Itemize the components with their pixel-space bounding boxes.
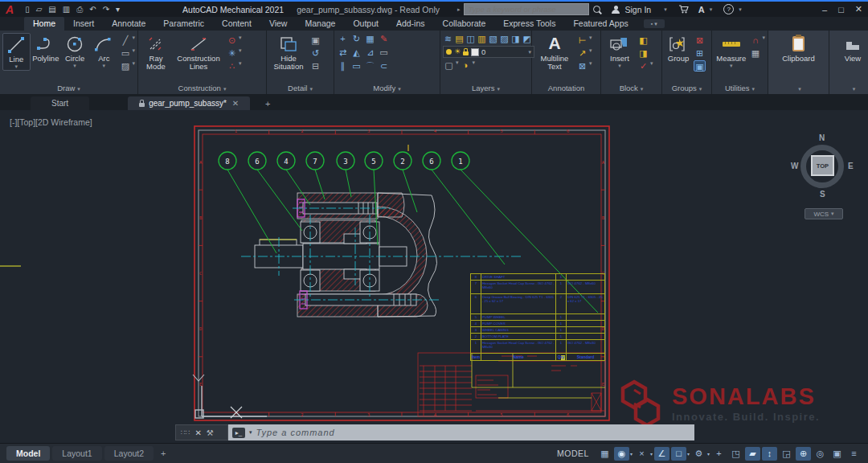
chamfer-icon[interactable]: ⊂ [378, 60, 390, 72]
snap-caret-icon[interactable]: ▾ [630, 451, 633, 457]
polar-tracking-icon[interactable]: ∠ [654, 447, 669, 461]
make-current-icon[interactable]: ▢ [443, 59, 455, 71]
layer-prev-icon[interactable]: ◫ [465, 33, 476, 44]
fillet-icon[interactable]: ⌒ [364, 60, 376, 72]
panel-label-layers[interactable]: Layers▾ [440, 83, 531, 94]
ribbon-tab-manage[interactable]: Manage [296, 17, 344, 31]
center-mark-icon[interactable]: ⊙ [226, 35, 238, 46]
viewcube-top-face[interactable]: TOP [811, 155, 834, 176]
panel-label-modify[interactable]: Modify▾ [334, 83, 440, 94]
autodesk-app-caret-icon[interactable]: ▾ [710, 6, 713, 13]
plot-icon[interactable]: ⎙ [76, 5, 83, 14]
viewport-controls[interactable]: [-][Top][2D Wireframe] [10, 117, 92, 127]
layer-properties-icon[interactable]: ≋ [443, 33, 453, 44]
panel-label-detail[interactable]: Detail▾ [267, 83, 334, 94]
panel-label-draw[interactable]: Draw▾ [0, 83, 137, 94]
group-selection-icon[interactable]: ▣ [694, 60, 706, 72]
layer-match-icon[interactable]: ▤ [454, 33, 465, 44]
ribbon-options-button[interactable]: ▪▾ [644, 19, 665, 28]
selection-cycling-icon[interactable]: ◳ [728, 447, 743, 461]
circle-button[interactable]: Circle▾ [61, 33, 88, 69]
hide-situation-button[interactable]: Hide Situation [269, 33, 308, 72]
arc-button[interactable]: Arc▾ [90, 33, 117, 69]
ribbon-tab-collaborate[interactable]: Collaborate [434, 17, 495, 31]
object-snap-caret-icon[interactable]: ▾ [687, 451, 690, 457]
ribbon-tab-parametric[interactable]: Parametric [154, 17, 213, 31]
dimension-caret-icon[interactable]: ▾ [589, 35, 592, 46]
settings-gear-icon[interactable]: ⚙ [691, 447, 706, 461]
qnew-icon[interactable]: ▯ [25, 5, 30, 14]
offset-icon[interactable]: ∥ [337, 60, 349, 72]
viewcube-south[interactable]: S [820, 190, 825, 199]
sign-in-button[interactable]: Sign In [624, 5, 651, 14]
search-input[interactable] [464, 3, 589, 15]
command-prompt-icon[interactable]: ▸_ [232, 428, 245, 438]
wcs-dropdown[interactable]: WCS▾ [805, 208, 843, 219]
command-input-area[interactable]: ▸_ ▾ Type a command [228, 424, 694, 440]
save-icon[interactable]: ▤ [48, 5, 55, 14]
leader-caret-icon[interactable]: ▾ [589, 47, 592, 59]
model-paper-toggle[interactable]: MODEL [557, 449, 589, 458]
mirror-icon[interactable]: ◭ [350, 47, 362, 58]
layer-dropdown[interactable]: ☀ 0 ▾ [443, 46, 534, 58]
points-caret-icon[interactable]: ▾ [239, 60, 242, 72]
ribbon-tab-home[interactable]: Home [24, 17, 64, 31]
construction-star-caret-icon[interactable]: ▾ [239, 47, 242, 59]
viewcube-west[interactable]: W [791, 162, 798, 170]
help-icon[interactable]: ? [723, 4, 734, 14]
isolate-objects-icon[interactable]: ▣ [829, 447, 845, 461]
save-as-icon[interactable]: ▥ [63, 5, 70, 14]
layout-tab-layout2[interactable]: Layout2 [104, 446, 154, 461]
autocad-logo-icon[interactable]: A [6, 3, 14, 16]
array-icon[interactable]: ▦ [364, 33, 376, 44]
annotation-scale-icon[interactable]: ◲ [779, 447, 794, 461]
erase-icon[interactable]: ✎ [378, 33, 390, 44]
make-current-caret-icon[interactable]: ▾ [456, 59, 459, 71]
line-caret-icon[interactable]: ▾ [132, 35, 135, 46]
new-tab-button[interactable]: + [261, 97, 274, 110]
viewcube[interactable]: N W E S TOP WCS▾ [791, 133, 855, 223]
trim-icon[interactable]: ⊿ [364, 47, 376, 58]
section-line-icon[interactable]: ⊟ [309, 60, 321, 72]
open-icon[interactable]: ▱ [36, 5, 43, 14]
ribbon-tab-express-tools[interactable]: Express Tools [494, 17, 564, 31]
title-block[interactable] [418, 353, 605, 416]
command-input-placeholder[interactable]: Type a command [256, 428, 335, 437]
recent-commands-caret-icon[interactable]: ▾ [249, 429, 252, 436]
customization-menu-icon[interactable]: ≡ [846, 447, 862, 461]
object-snap-icon[interactable]: □ [671, 447, 686, 461]
grid-icon[interactable]: ▦ [597, 447, 612, 461]
magnet-caret-icon[interactable]: ▾ [762, 35, 765, 46]
quick-calc-icon[interactable]: ▦ [749, 47, 761, 59]
ribbon-tab-content[interactable]: Content [213, 17, 260, 31]
panel-label-clipboard[interactable]: ▾ [768, 83, 829, 94]
close-command-line-icon[interactable]: ✕ [194, 428, 201, 437]
hatch-tool-icon[interactable]: ▨ [119, 60, 131, 72]
ortho-icon[interactable]: × [634, 447, 649, 461]
dimension-icon[interactable]: ⊢ [576, 35, 588, 46]
annotation-monitor-icon[interactable]: ◎ [813, 447, 828, 461]
bom-table[interactable]: 8DRIVE SHAFT17Hexagon Socket Head Cap Sc… [470, 273, 605, 361]
viewcube-east[interactable]: E [848, 162, 854, 170]
ribbon-tab-add-ins[interactable]: Add-ins [387, 17, 434, 31]
command-line-bar[interactable]: ∷∷ ✕ ⚒ ▸_ ▾ Type a command [175, 424, 694, 440]
layer-freeze-icon[interactable]: ▧ [488, 33, 498, 44]
layer-isolate-icon[interactable]: ▥ [477, 33, 487, 44]
center-mark-caret-icon[interactable]: ▾ [239, 35, 242, 46]
layer-state-caret-icon[interactable]: ▾ [473, 59, 476, 71]
search-expand-icon[interactable]: ▸ [457, 6, 461, 13]
layer-state-icon[interactable]: ◑ [460, 59, 472, 71]
ortho-caret-icon[interactable]: ▾ [650, 451, 653, 457]
centerline-icon[interactable]: ⊠ [576, 60, 588, 72]
rotate-icon[interactable]: ↻ [350, 33, 362, 44]
new-layout-button[interactable]: + [156, 449, 170, 458]
line-segment-icon[interactable]: ╱ [119, 35, 131, 46]
stretch-icon[interactable]: ▭ [350, 60, 362, 72]
sign-in-caret-icon[interactable]: ▾ [664, 6, 667, 13]
explode-icon[interactable]: ▭ [378, 47, 390, 58]
rectangle-tool-icon[interactable]: ▭ [119, 47, 131, 59]
group-edit-icon[interactable]: ⊞ [694, 47, 706, 59]
command-line-grip[interactable]: ∷∷ ✕ ⚒ [175, 424, 228, 440]
ray-mode-button[interactable]: Ray Mode [141, 33, 171, 72]
view-button[interactable]: View [837, 33, 868, 63]
